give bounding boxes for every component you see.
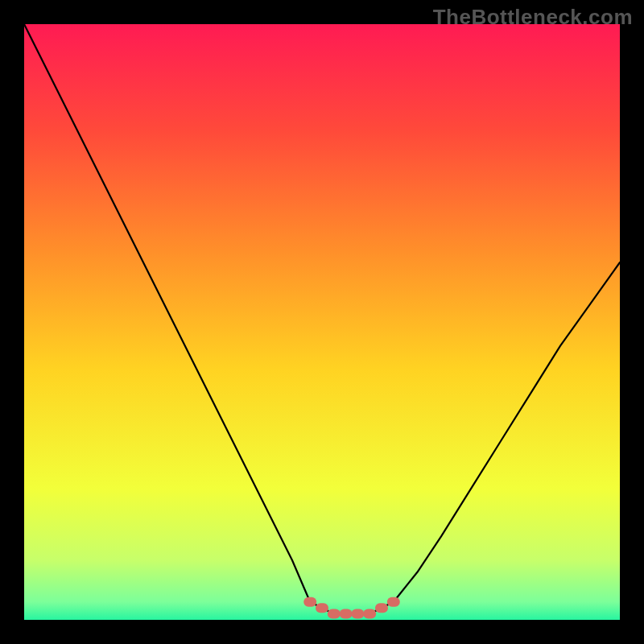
chart-svg bbox=[24, 24, 620, 620]
optimal-zone-marker bbox=[387, 597, 400, 607]
optimal-zone-marker bbox=[316, 603, 328, 613]
chart-frame: TheBottleneck.com bbox=[0, 0, 644, 644]
optimal-zone-marker bbox=[375, 603, 388, 613]
optimal-zone-marker bbox=[303, 597, 316, 607]
optimal-zone-marker bbox=[340, 609, 353, 619]
gradient-background bbox=[24, 24, 620, 620]
watermark-text: TheBottleneck.com bbox=[433, 5, 633, 30]
optimal-zone-marker bbox=[328, 609, 341, 619]
optimal-zone-marker bbox=[351, 609, 364, 619]
plot-area bbox=[24, 24, 620, 620]
optimal-zone-marker bbox=[363, 609, 376, 619]
